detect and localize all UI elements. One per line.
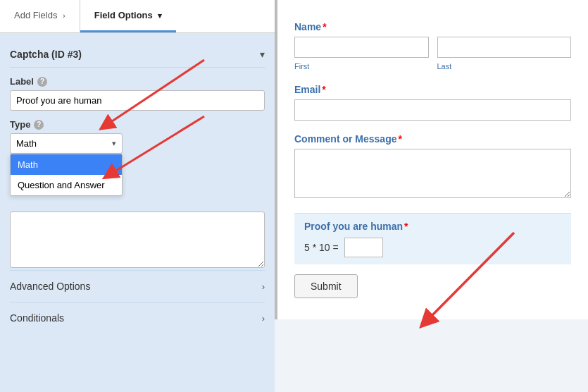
label-input[interactable] bbox=[10, 90, 265, 111]
captcha-section-chevron[interactable]: ▾ bbox=[260, 49, 265, 60]
captcha-section-title: Captcha (ID #3) bbox=[10, 49, 82, 60]
captcha-answer-input[interactable] bbox=[344, 238, 383, 257]
submit-label: Submit bbox=[311, 281, 342, 292]
field-options-chevron: ▾ bbox=[158, 11, 162, 20]
name-sub-row: First Last bbox=[294, 61, 571, 71]
type-field-group: Type ? Math ▾ Math Question and Answer bbox=[10, 119, 265, 154]
captcha-form-label: Proof you are human* bbox=[304, 221, 561, 232]
comment-required-star: * bbox=[398, 133, 401, 145]
captcha-math-row: 5 * 10 = bbox=[304, 238, 561, 257]
conditionals-chevron: › bbox=[262, 313, 265, 324]
type-field-label: Type ? bbox=[10, 119, 265, 130]
type-select-display[interactable]: Math ▾ bbox=[10, 133, 123, 154]
comment-field: Comment or Message* bbox=[294, 133, 571, 200]
type-chevron-icon: ▾ bbox=[112, 139, 116, 148]
last-name-input[interactable] bbox=[437, 37, 572, 58]
tab-bar: Add Fields › Field Options ▾ bbox=[0, 0, 275, 33]
add-fields-chevron: › bbox=[63, 11, 65, 20]
first-name-input[interactable] bbox=[294, 37, 429, 58]
name-field: Name* First Last bbox=[294, 21, 571, 71]
dropdown-item-qna[interactable]: Question and Answer bbox=[11, 175, 122, 195]
right-panel-wrapper: Name* First Last Email* bbox=[275, 0, 588, 392]
comment-input[interactable] bbox=[294, 149, 571, 198]
captcha-form-section: Proof you are human* 5 * 10 = bbox=[294, 213, 571, 264]
right-panel: Name* First Last Email* bbox=[275, 0, 588, 319]
tab-field-options[interactable]: Field Options ▾ bbox=[80, 0, 177, 32]
tab-add-fields[interactable]: Add Fields › bbox=[0, 0, 80, 32]
first-sub-item: First bbox=[294, 61, 429, 71]
dropdown-item-math[interactable]: Math bbox=[11, 154, 122, 175]
name-inputs-row bbox=[294, 37, 571, 58]
name-label-text: Name bbox=[294, 21, 321, 32]
comment-label-text: Comment or Message bbox=[294, 133, 396, 145]
email-input[interactable] bbox=[294, 99, 571, 121]
name-label: Name* bbox=[294, 21, 571, 32]
label-help-icon[interactable]: ? bbox=[37, 77, 47, 87]
comment-label: Comment or Message* bbox=[294, 133, 571, 145]
name-required-star: * bbox=[323, 21, 326, 32]
captcha-section-header: Captcha (ID #3) ▾ bbox=[10, 42, 265, 68]
first-sub-label: First bbox=[294, 62, 309, 71]
conditionals-title: Conditionals bbox=[10, 312, 64, 324]
label-text: Label bbox=[10, 76, 34, 87]
type-dropdown: Math Question and Answer bbox=[10, 154, 123, 196]
math-expression: 5 * 10 = bbox=[304, 242, 339, 253]
email-required-star: * bbox=[322, 84, 325, 95]
label-field-group: Label ? bbox=[10, 76, 265, 111]
type-select-wrapper: Math ▾ Math Question and Answer bbox=[10, 133, 265, 154]
last-sub-item: Last bbox=[437, 61, 572, 71]
advanced-options-chevron: › bbox=[262, 281, 265, 292]
email-label: Email* bbox=[294, 84, 571, 95]
captcha-textarea[interactable] bbox=[10, 212, 265, 268]
captcha-label-text: Proof you are human bbox=[304, 221, 403, 232]
email-field: Email* bbox=[294, 84, 571, 121]
left-content: Captcha (ID #3) ▾ Label ? Type ? Math bbox=[0, 33, 275, 392]
type-select-value: Math bbox=[16, 138, 37, 149]
type-help-icon[interactable]: ? bbox=[34, 120, 44, 130]
advanced-options-section[interactable]: Advanced Options › bbox=[10, 270, 265, 302]
last-sub-label: Last bbox=[437, 62, 452, 71]
left-panel: Add Fields › Field Options ▾ Captcha (ID… bbox=[0, 0, 275, 392]
email-label-text: Email bbox=[294, 84, 320, 95]
label-field-label: Label ? bbox=[10, 76, 265, 87]
type-text: Type bbox=[10, 119, 30, 130]
submit-button[interactable]: Submit bbox=[294, 274, 358, 298]
field-options-label: Field Options bbox=[94, 10, 153, 20]
advanced-options-title: Advanced Options bbox=[10, 281, 90, 292]
conditionals-section[interactable]: Conditionals › bbox=[10, 302, 265, 333]
add-fields-label: Add Fields bbox=[14, 10, 57, 20]
captcha-required-star: * bbox=[404, 221, 408, 232]
